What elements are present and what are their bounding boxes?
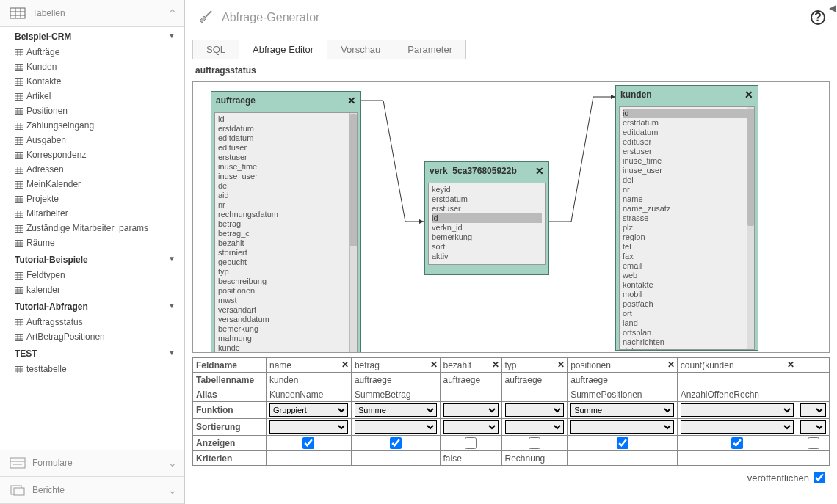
entity-field[interactable]: aid [218,191,354,200]
entity-field[interactable]: erstuser [432,204,542,213]
remove-column-icon[interactable]: ✕ [341,359,349,370]
entity-field[interactable]: sort [432,242,542,252]
entity-field[interactable]: verkn_id [432,223,542,233]
grid-cell[interactable]: Rechnung [501,451,568,466]
grid-cell[interactable] [440,419,501,436]
grid-cell[interactable] [568,436,678,451]
grid-cell[interactable] [677,419,797,436]
sort-select[interactable] [800,420,826,434]
entity-field[interactable]: region [623,233,751,242]
sort-select[interactable] [355,420,437,434]
entity-field[interactable]: erstuser [218,153,354,162]
grid-cell[interactable] [440,402,501,419]
entity-field[interactable]: betrag [218,219,354,229]
entity-field[interactable]: aktiv [432,252,542,261]
entity-field[interactable]: del [218,181,354,191]
grid-cell[interactable]: auftraege [568,373,678,387]
grid-cell-empty[interactable] [797,451,830,466]
entity-auftraege[interactable]: auftraege ✕ iderstdatumeditdatumedituser… [211,91,361,353]
grid-cell[interactable]: typ✕ [501,358,568,373]
entity-field[interactable]: ort [623,309,751,318]
sort-select[interactable] [443,420,499,434]
grid-cell[interactable]: positionen✕ [568,358,678,373]
grid-cell[interactable] [267,419,352,436]
entity-field[interactable]: bezahlt [218,238,354,248]
entity-field[interactable]: strasse [623,213,751,223]
entity-field[interactable]: rechnungsdatum [218,210,354,219]
sidebar-group-title[interactable]: Tutorial-Beispiele▼ [0,250,184,268]
entity-auftraege-fields[interactable]: iderstdatumeditdatumeditusererstuserinus… [214,112,358,353]
grid-cell[interactable]: auftraege [440,373,501,387]
sidebar-section-forms[interactable]: Formulare ⌄ [0,450,184,477]
grid-cell[interactable] [568,419,678,436]
sidebar-item[interactable]: Räume [0,235,184,250]
entity-field[interactable]: mahnung [218,334,354,343]
close-icon[interactable]: ✕ [535,165,544,177]
entity-field[interactable]: del [623,175,751,185]
entity-field[interactable]: erstdatum [623,118,751,128]
help-icon[interactable]: ? [811,10,825,25]
tab-parameter[interactable]: Parameter [394,40,466,59]
grid-cell[interactable] [440,436,501,451]
grid-cell[interactable]: Summe [351,402,440,419]
grid-cell[interactable] [267,451,352,466]
grid-cell[interactable] [267,436,352,451]
entity-field[interactable]: erstuser [623,147,751,156]
sidebar-item[interactable]: Kunden [0,59,184,74]
grid-cell[interactable] [501,419,568,436]
sidebar-item[interactable]: Korrespondenz [0,147,184,162]
show-checkbox[interactable] [390,437,402,449]
grid-cell[interactable] [677,436,797,451]
entity-field[interactable]: id [623,109,751,118]
close-icon[interactable]: ✕ [347,95,356,106]
grid-cell[interactable]: Summe [568,402,678,419]
function-select[interactable]: Summe [355,403,437,417]
entity-field[interactable]: id [432,213,542,223]
grid-cell[interactable]: AnzahlOffeneRechn [677,387,797,402]
sort-select[interactable] [505,420,565,434]
sidebar-item[interactable]: Adressen [0,162,184,177]
entity-field[interactable]: nachrichten [623,337,751,347]
scrollbar[interactable] [747,107,754,349]
grid-cell[interactable] [351,451,440,466]
function-select[interactable] [681,403,794,417]
grid-cell[interactable]: SummeBetrag [351,387,440,402]
grid-cell[interactable]: Gruppiert [267,402,352,419]
entity-field[interactable]: edituser [623,137,751,147]
entity-field[interactable]: inuse_time [623,156,751,166]
scrollbar[interactable] [349,113,357,353]
sidebar-item[interactable]: Zahlungseingang [0,118,184,133]
entity-field[interactable]: postfach [623,299,751,309]
function-select[interactable] [800,403,826,417]
entity-field[interactable]: ortsplan [623,328,751,337]
close-icon[interactable]: ✕ [744,89,753,101]
sidebar-item[interactable]: Zuständige Mitarbeiter_params [0,221,184,235]
grid-cell[interactable]: false [440,451,501,466]
grid-cell[interactable] [501,402,568,419]
grid-cell[interactable]: bezahlt✕ [440,358,501,373]
sort-select[interactable] [681,420,794,434]
grid-cell[interactable] [568,451,678,466]
grid-cell[interactable]: count(kunden✕ [677,358,797,373]
entity-field[interactable]: kontakte [623,280,751,290]
grid-cell[interactable] [351,419,440,436]
entity-field[interactable]: nr [218,200,354,210]
sidebar-group-title[interactable]: Beispiel-CRM▼ [0,27,184,45]
entity-field[interactable]: fax [623,252,751,261]
grid-cell[interactable]: SummePositionen [568,387,678,402]
sidebar-item[interactable]: Artikel [0,89,184,103]
entity-field[interactable]: editdatum [218,134,354,143]
sidebar-group-title[interactable]: TEST▼ [0,344,184,362]
show-checkbox[interactable] [731,437,743,449]
grid-cell-empty[interactable] [797,402,830,419]
tab-abfrage-editor[interactable]: Abfrage Editor [239,40,327,59]
sidebar-item[interactable]: Aufträge [0,45,184,59]
query-canvas[interactable]: auftraege ✕ iderstdatumeditdatumedituser… [192,81,830,353]
entity-field[interactable]: bemerkung [218,324,354,334]
sidebar-item[interactable]: Positionen [0,103,184,118]
entity-field[interactable]: edituser [218,143,354,153]
entity-field[interactable]: dokumente [623,347,751,350]
entity-field[interactable]: gebucht [218,258,354,267]
grid-cell[interactable] [501,387,568,402]
grid-cell[interactable] [677,451,797,466]
